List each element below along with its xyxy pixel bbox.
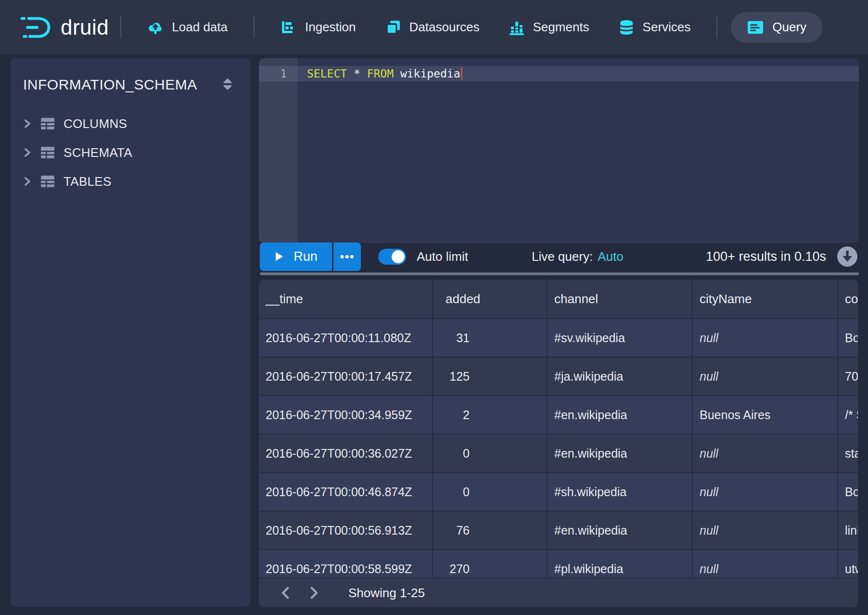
pagination-bar: Showing 1-25 — [259, 577, 858, 607]
cell-comment: /* S — [838, 396, 858, 434]
nav-label-ingestion: Ingestion — [305, 20, 356, 35]
cell-cityname: null — [693, 358, 837, 395]
nav-label-query: Query — [772, 20, 806, 35]
text-cursor — [461, 67, 462, 80]
sql-editor[interactable]: 1 SELECT * FROM wikipedia — [259, 58, 859, 243]
nav-label-services: Services — [643, 20, 691, 35]
cell-cityname: null — [693, 319, 837, 357]
cell-channel: #sh.wikipedia — [548, 473, 692, 511]
sql-keyword: SELECT — [307, 67, 347, 80]
nav-item-services[interactable]: Services — [604, 0, 705, 54]
sql-table-name: wikipedia — [394, 67, 460, 80]
column-header-added[interactable]: added — [433, 280, 547, 318]
nav-label-load-data: Load data — [172, 20, 228, 35]
sql-code-line[interactable]: SELECT * FROM wikipedia — [307, 66, 462, 81]
cell-cityname: null — [693, 435, 837, 472]
pagination-label: Showing 1-25 — [348, 586, 425, 601]
nav-item-datasources[interactable]: Datasources — [370, 0, 494, 54]
query-toolbar: Run ••• Auto limit Live query: Auto 100+… — [260, 242, 859, 271]
chevron-right-icon — [309, 587, 319, 599]
next-page-button[interactable] — [303, 582, 325, 604]
cloud-upload-icon — [147, 19, 164, 36]
console-icon — [747, 19, 764, 36]
run-button-label: Run — [294, 249, 318, 264]
bar-chart-icon — [509, 19, 525, 36]
sql-star: * — [347, 67, 367, 80]
editor-gutter — [259, 58, 297, 243]
cell-cityname: null — [693, 473, 837, 511]
gantt-chart-icon — [281, 19, 297, 36]
nav-divider — [120, 16, 121, 38]
logo-text: druid — [61, 15, 109, 39]
sidebar-item-label: TABLES — [64, 174, 112, 189]
results-table: __time added channel cityName com 2016-0… — [259, 280, 858, 588]
results-panel: __time added channel cityName com 2016-0… — [259, 280, 858, 607]
run-button[interactable]: Run — [260, 243, 332, 271]
druid-logo[interactable]: druid — [18, 14, 109, 41]
column-header-cityname[interactable]: cityName — [693, 280, 837, 318]
cell-comment: Bo — [838, 319, 858, 357]
schema-title: INFORMATION_SCHEMA — [23, 77, 197, 93]
table-icon — [40, 117, 55, 130]
sidebar-item-schemata[interactable]: SCHEMATA — [11, 138, 250, 167]
run-more-button[interactable]: ••• — [333, 243, 361, 271]
sidebar-item-label: SCHEMATA — [64, 145, 132, 160]
live-query-value[interactable]: Auto — [598, 249, 624, 264]
cell-channel: #en.wikipedia — [548, 396, 692, 434]
results-summary: 100+ results in 0.10s — [706, 249, 826, 264]
cell-channel: #sv.wikipedia — [548, 319, 692, 357]
cell-channel: #ja.wikipedia — [548, 358, 692, 395]
table-icon — [40, 175, 55, 188]
cell-channel: #en.wikipedia — [548, 435, 692, 472]
nav-item-ingestion[interactable]: Ingestion — [266, 0, 370, 54]
top-nav: druid Load data Ingestion Datasources — [0, 0, 868, 54]
column-header-time[interactable]: __time — [259, 280, 432, 318]
nav-divider — [254, 16, 255, 38]
double-caret-vertical-icon[interactable] — [221, 77, 234, 91]
toggle-knob — [392, 250, 405, 263]
sidebar-item-tables[interactable]: TABLES — [11, 167, 250, 196]
sidebar-item-columns[interactable]: COLUMNS — [11, 109, 250, 138]
auto-limit-toggle[interactable] — [378, 249, 406, 265]
cell-added: 0 — [433, 435, 547, 472]
schema-selector[interactable]: INFORMATION_SCHEMA — [11, 58, 250, 93]
prev-page-button[interactable] — [274, 582, 296, 604]
line-number: 1 — [259, 66, 287, 81]
chevron-right-icon[interactable] — [22, 176, 33, 187]
cell-time: 2016-06-27T00:00:36.027Z — [259, 435, 432, 472]
cell-added: 2 — [433, 396, 547, 434]
cell-time: 2016-06-27T00:00:34.959Z — [259, 396, 432, 434]
druid-logo-icon — [18, 14, 56, 41]
sql-keyword: FROM — [367, 67, 394, 80]
schema-sidebar: INFORMATION_SCHEMA COLUMNS — [11, 58, 250, 607]
stacked-panels-icon — [385, 19, 401, 36]
nav-divider — [716, 16, 717, 38]
cell-channel: #en.wikipedia — [548, 512, 692, 549]
cell-added: 0 — [433, 473, 547, 511]
nav-item-query[interactable]: Query — [731, 12, 823, 43]
nav-item-load-data[interactable]: Load data — [133, 0, 242, 54]
cell-comment: 70: — [838, 358, 858, 395]
nav-label-segments: Segments — [533, 20, 589, 35]
chevron-right-icon[interactable] — [22, 147, 33, 158]
cell-time: 2016-06-27T00:00:11.080Z — [259, 319, 432, 357]
column-header-comment[interactable]: com — [838, 280, 858, 318]
column-header-channel[interactable]: channel — [548, 280, 692, 318]
sidebar-item-label: COLUMNS — [64, 116, 127, 131]
pane-resize-handle[interactable] — [260, 272, 859, 275]
cell-comment: Bo — [838, 473, 858, 511]
cell-comment: sta — [838, 435, 858, 472]
cell-time: 2016-06-27T00:00:17.457Z — [259, 358, 432, 395]
cell-added: 125 — [433, 358, 547, 395]
cell-time: 2016-06-27T00:00:56.913Z — [259, 512, 432, 549]
nav-label-datasources: Datasources — [409, 20, 480, 35]
nav-item-segments[interactable]: Segments — [494, 0, 604, 54]
download-icon[interactable] — [837, 246, 858, 267]
play-icon — [274, 251, 284, 262]
cell-time: 2016-06-27T00:00:46.874Z — [259, 473, 432, 511]
chevron-right-icon[interactable] — [22, 118, 33, 129]
cell-comment: link — [838, 512, 858, 549]
cell-added: 31 — [433, 319, 547, 357]
cell-added: 76 — [433, 512, 547, 549]
table-icon — [40, 146, 55, 159]
